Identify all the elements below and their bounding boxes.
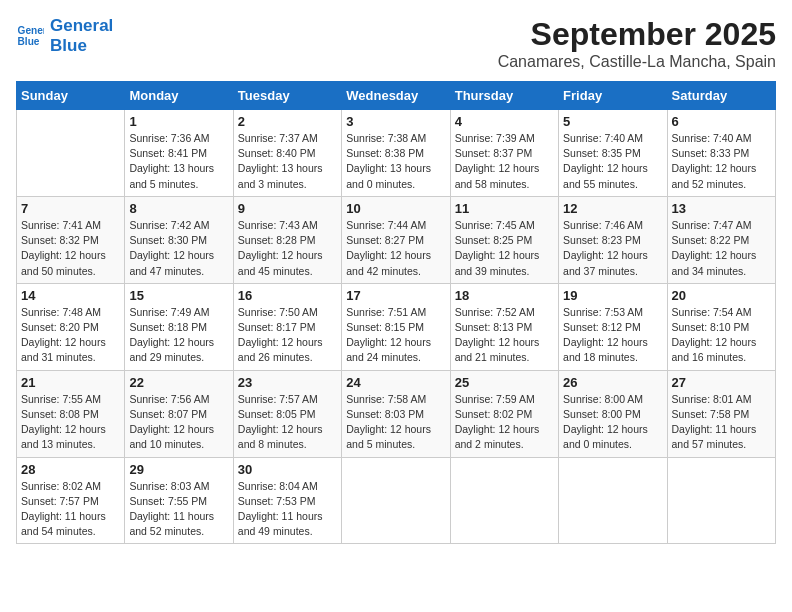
page-header: General Blue General Blue September 2025… xyxy=(16,16,776,71)
calendar-cell: 4Sunrise: 7:39 AMSunset: 8:37 PMDaylight… xyxy=(450,110,558,197)
day-number: 9 xyxy=(238,201,337,216)
day-info: Sunrise: 7:55 AMSunset: 8:08 PMDaylight:… xyxy=(21,392,120,453)
calendar-cell xyxy=(450,457,558,544)
day-info: Sunrise: 7:51 AMSunset: 8:15 PMDaylight:… xyxy=(346,305,445,366)
logo-line1: General xyxy=(50,16,113,36)
day-number: 11 xyxy=(455,201,554,216)
day-info: Sunrise: 7:54 AMSunset: 8:10 PMDaylight:… xyxy=(672,305,771,366)
day-info: Sunrise: 7:42 AMSunset: 8:30 PMDaylight:… xyxy=(129,218,228,279)
svg-text:Blue: Blue xyxy=(18,36,40,47)
day-number: 7 xyxy=(21,201,120,216)
calendar-cell: 2Sunrise: 7:37 AMSunset: 8:40 PMDaylight… xyxy=(233,110,341,197)
day-number: 26 xyxy=(563,375,662,390)
day-info: Sunrise: 7:40 AMSunset: 8:35 PMDaylight:… xyxy=(563,131,662,192)
day-number: 18 xyxy=(455,288,554,303)
calendar-week-1: 7Sunrise: 7:41 AMSunset: 8:32 PMDaylight… xyxy=(17,196,776,283)
calendar-cell: 19Sunrise: 7:53 AMSunset: 8:12 PMDayligh… xyxy=(559,283,667,370)
day-number: 27 xyxy=(672,375,771,390)
calendar-cell xyxy=(559,457,667,544)
calendar-cell: 9Sunrise: 7:43 AMSunset: 8:28 PMDaylight… xyxy=(233,196,341,283)
day-info: Sunrise: 8:02 AMSunset: 7:57 PMDaylight:… xyxy=(21,479,120,540)
day-number: 23 xyxy=(238,375,337,390)
day-number: 1 xyxy=(129,114,228,129)
calendar-cell xyxy=(342,457,450,544)
calendar-cell: 24Sunrise: 7:58 AMSunset: 8:03 PMDayligh… xyxy=(342,370,450,457)
day-info: Sunrise: 7:39 AMSunset: 8:37 PMDaylight:… xyxy=(455,131,554,192)
calendar-week-2: 14Sunrise: 7:48 AMSunset: 8:20 PMDayligh… xyxy=(17,283,776,370)
calendar-cell: 13Sunrise: 7:47 AMSunset: 8:22 PMDayligh… xyxy=(667,196,775,283)
day-info: Sunrise: 8:04 AMSunset: 7:53 PMDaylight:… xyxy=(238,479,337,540)
logo: General Blue General Blue xyxy=(16,16,113,55)
calendar-table: SundayMondayTuesdayWednesdayThursdayFrid… xyxy=(16,81,776,544)
calendar-cell: 15Sunrise: 7:49 AMSunset: 8:18 PMDayligh… xyxy=(125,283,233,370)
day-number: 21 xyxy=(21,375,120,390)
calendar-cell: 30Sunrise: 8:04 AMSunset: 7:53 PMDayligh… xyxy=(233,457,341,544)
col-header-friday: Friday xyxy=(559,82,667,110)
calendar-week-0: 1Sunrise: 7:36 AMSunset: 8:41 PMDaylight… xyxy=(17,110,776,197)
svg-text:General: General xyxy=(18,25,44,36)
day-info: Sunrise: 7:37 AMSunset: 8:40 PMDaylight:… xyxy=(238,131,337,192)
location-title: Canamares, Castille-La Mancha, Spain xyxy=(498,53,776,71)
col-header-monday: Monday xyxy=(125,82,233,110)
day-number: 28 xyxy=(21,462,120,477)
calendar-cell: 22Sunrise: 7:56 AMSunset: 8:07 PMDayligh… xyxy=(125,370,233,457)
calendar-cell: 7Sunrise: 7:41 AMSunset: 8:32 PMDaylight… xyxy=(17,196,125,283)
day-number: 22 xyxy=(129,375,228,390)
day-info: Sunrise: 7:57 AMSunset: 8:05 PMDaylight:… xyxy=(238,392,337,453)
col-header-sunday: Sunday xyxy=(17,82,125,110)
day-number: 8 xyxy=(129,201,228,216)
day-number: 13 xyxy=(672,201,771,216)
calendar-cell: 5Sunrise: 7:40 AMSunset: 8:35 PMDaylight… xyxy=(559,110,667,197)
day-info: Sunrise: 7:43 AMSunset: 8:28 PMDaylight:… xyxy=(238,218,337,279)
day-number: 3 xyxy=(346,114,445,129)
col-header-wednesday: Wednesday xyxy=(342,82,450,110)
month-title: September 2025 xyxy=(498,16,776,53)
day-number: 30 xyxy=(238,462,337,477)
title-block: September 2025 Canamares, Castille-La Ma… xyxy=(498,16,776,71)
day-info: Sunrise: 7:48 AMSunset: 8:20 PMDaylight:… xyxy=(21,305,120,366)
col-header-tuesday: Tuesday xyxy=(233,82,341,110)
day-number: 4 xyxy=(455,114,554,129)
calendar-cell: 11Sunrise: 7:45 AMSunset: 8:25 PMDayligh… xyxy=(450,196,558,283)
day-info: Sunrise: 8:03 AMSunset: 7:55 PMDaylight:… xyxy=(129,479,228,540)
day-info: Sunrise: 7:40 AMSunset: 8:33 PMDaylight:… xyxy=(672,131,771,192)
day-number: 15 xyxy=(129,288,228,303)
day-info: Sunrise: 7:45 AMSunset: 8:25 PMDaylight:… xyxy=(455,218,554,279)
calendar-cell: 18Sunrise: 7:52 AMSunset: 8:13 PMDayligh… xyxy=(450,283,558,370)
logo-icon: General Blue xyxy=(16,22,44,50)
day-number: 10 xyxy=(346,201,445,216)
day-info: Sunrise: 7:50 AMSunset: 8:17 PMDaylight:… xyxy=(238,305,337,366)
day-number: 24 xyxy=(346,375,445,390)
calendar-cell xyxy=(17,110,125,197)
day-info: Sunrise: 7:49 AMSunset: 8:18 PMDaylight:… xyxy=(129,305,228,366)
day-number: 19 xyxy=(563,288,662,303)
day-info: Sunrise: 7:44 AMSunset: 8:27 PMDaylight:… xyxy=(346,218,445,279)
day-number: 17 xyxy=(346,288,445,303)
calendar-cell: 23Sunrise: 7:57 AMSunset: 8:05 PMDayligh… xyxy=(233,370,341,457)
day-info: Sunrise: 7:58 AMSunset: 8:03 PMDaylight:… xyxy=(346,392,445,453)
calendar-cell: 12Sunrise: 7:46 AMSunset: 8:23 PMDayligh… xyxy=(559,196,667,283)
day-number: 12 xyxy=(563,201,662,216)
calendar-cell xyxy=(667,457,775,544)
col-header-thursday: Thursday xyxy=(450,82,558,110)
day-info: Sunrise: 7:53 AMSunset: 8:12 PMDaylight:… xyxy=(563,305,662,366)
day-info: Sunrise: 7:36 AMSunset: 8:41 PMDaylight:… xyxy=(129,131,228,192)
calendar-cell: 20Sunrise: 7:54 AMSunset: 8:10 PMDayligh… xyxy=(667,283,775,370)
day-info: Sunrise: 7:59 AMSunset: 8:02 PMDaylight:… xyxy=(455,392,554,453)
calendar-cell: 29Sunrise: 8:03 AMSunset: 7:55 PMDayligh… xyxy=(125,457,233,544)
calendar-cell: 17Sunrise: 7:51 AMSunset: 8:15 PMDayligh… xyxy=(342,283,450,370)
col-header-saturday: Saturday xyxy=(667,82,775,110)
calendar-cell: 1Sunrise: 7:36 AMSunset: 8:41 PMDaylight… xyxy=(125,110,233,197)
calendar-cell: 26Sunrise: 8:00 AMSunset: 8:00 PMDayligh… xyxy=(559,370,667,457)
day-info: Sunrise: 7:47 AMSunset: 8:22 PMDaylight:… xyxy=(672,218,771,279)
day-number: 20 xyxy=(672,288,771,303)
day-number: 2 xyxy=(238,114,337,129)
calendar-cell: 16Sunrise: 7:50 AMSunset: 8:17 PMDayligh… xyxy=(233,283,341,370)
calendar-cell: 25Sunrise: 7:59 AMSunset: 8:02 PMDayligh… xyxy=(450,370,558,457)
calendar-week-4: 28Sunrise: 8:02 AMSunset: 7:57 PMDayligh… xyxy=(17,457,776,544)
day-number: 14 xyxy=(21,288,120,303)
calendar-cell: 28Sunrise: 8:02 AMSunset: 7:57 PMDayligh… xyxy=(17,457,125,544)
calendar-cell: 14Sunrise: 7:48 AMSunset: 8:20 PMDayligh… xyxy=(17,283,125,370)
day-info: Sunrise: 7:52 AMSunset: 8:13 PMDaylight:… xyxy=(455,305,554,366)
calendar-cell: 21Sunrise: 7:55 AMSunset: 8:08 PMDayligh… xyxy=(17,370,125,457)
